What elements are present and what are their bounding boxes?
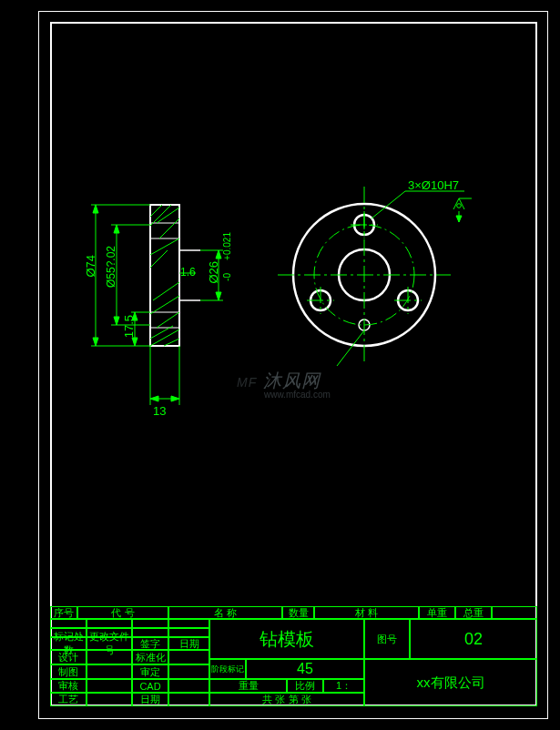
dim-bc: Ø55?.02 xyxy=(105,246,117,288)
hdr-seq: 序号 xyxy=(50,606,77,619)
svg-marker-65 xyxy=(456,216,462,222)
svg-line-7 xyxy=(150,205,162,217)
mat-code-lbl: 阶段标记 xyxy=(209,659,246,679)
hole-callout: 3×Ø10H7 xyxy=(408,178,459,192)
svg-marker-57 xyxy=(216,292,221,300)
part-name: 钻模板 xyxy=(209,619,364,659)
svg-line-61 xyxy=(337,330,364,366)
svg-marker-42 xyxy=(114,225,119,233)
hdr-blank xyxy=(492,606,537,619)
svg-line-14 xyxy=(150,296,179,314)
dim-outer-dia: Ø74 xyxy=(84,255,97,278)
hdr-code: 代 号 xyxy=(77,606,168,619)
title-block: 序号 代 号 名 称 数量 材 料 单重 总重 标记处数 更改文件号 签字 日期… xyxy=(50,606,537,706)
hdr-qty: 数量 xyxy=(282,606,314,619)
company: xx有限公司 xyxy=(364,659,537,706)
svg-line-13 xyxy=(153,282,179,300)
svg-line-15 xyxy=(157,312,179,328)
dim-bore-lo: -0 xyxy=(222,273,232,281)
dim-bore-up: +0.021 xyxy=(222,232,232,260)
svg-point-62 xyxy=(457,204,462,208)
dwgno: 02 xyxy=(410,619,537,659)
svg-line-18 xyxy=(164,339,179,346)
svg-line-17 xyxy=(150,330,179,346)
hdr-name: 名 称 xyxy=(168,606,282,619)
dim-thick: 13 xyxy=(153,404,166,418)
dim-offset: 17.5 xyxy=(122,315,136,338)
hdr-uw: 单重 xyxy=(419,606,455,619)
svg-rect-0 xyxy=(150,205,179,346)
svg-line-10 xyxy=(159,218,179,238)
svg-marker-43 xyxy=(114,317,119,325)
dwgno-lbl: 图号 xyxy=(364,619,410,659)
svg-marker-56 xyxy=(216,250,221,259)
svg-marker-51 xyxy=(150,396,158,401)
dim-bore: Ø26 xyxy=(207,261,220,284)
material: 45 xyxy=(246,659,364,679)
svg-marker-46 xyxy=(132,338,137,346)
dim-chamfer: 1.6 xyxy=(180,266,196,279)
svg-marker-38 xyxy=(93,338,98,346)
svg-marker-37 xyxy=(93,205,98,213)
svg-line-9 xyxy=(157,208,179,223)
svg-marker-52 xyxy=(171,396,179,401)
hdr-mat: 材 料 xyxy=(314,606,419,619)
hdr-tw: 总重 xyxy=(455,606,492,619)
